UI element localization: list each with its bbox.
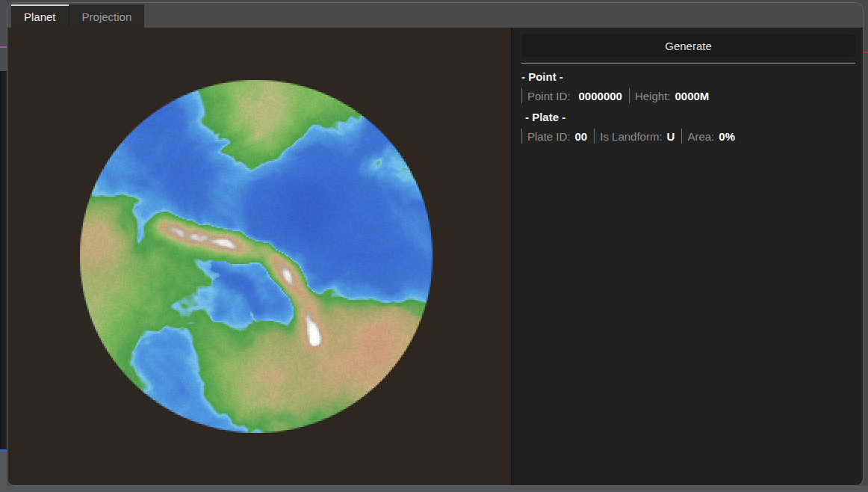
point-section-title: - Point - [521, 70, 855, 84]
is-landform-field: Is Landform: U [600, 130, 675, 143]
plate-id-value: 00 [575, 130, 588, 143]
side-panel: Generate - Point - Point ID: 0000000 Hei… [512, 28, 863, 485]
app-window: Planet Projection Generate - Point - Poi… [7, 2, 864, 486]
point-id-value: 0000000 [579, 90, 622, 102]
plate-id-label: Plate ID: [527, 130, 571, 143]
height-value: 0000M [675, 90, 709, 102]
point-fields-row: Point ID: 0000000 Height: 0000M [521, 87, 855, 104]
plate-id-field: Plate ID: 00 [527, 130, 587, 143]
background-sliver-top [0, 0, 7, 46]
panel-separator [521, 63, 855, 64]
edge-red-tick [864, 52, 868, 53]
background-sliver-mid [0, 48, 7, 71]
height-field: Height: 0000M [635, 90, 709, 102]
area-value: 0% [719, 130, 735, 143]
height-label: Height: [635, 90, 671, 102]
area-field: Area: 0% [687, 130, 735, 143]
plate-section-title: - Plate - [521, 110, 855, 125]
planet-globe-canvas[interactable] [80, 80, 433, 433]
tab-projection[interactable]: Projection [69, 4, 145, 28]
tab-planet-label: Planet [24, 10, 56, 23]
background-sliver-dark [0, 71, 7, 449]
field-divider-bar [681, 129, 682, 144]
point-id-field: Point ID: 0000000 [527, 90, 622, 102]
tab-bar: Planet Projection [7, 3, 863, 28]
is-landform-label: Is Landform: [600, 130, 662, 143]
field-divider-bar [521, 129, 522, 144]
generate-button[interactable]: Generate [521, 34, 855, 57]
field-divider-bar [629, 88, 630, 103]
plate-fields-row: Plate ID: 00 Is Landform: U Area: 0% [521, 128, 855, 144]
is-landform-value: U [667, 130, 675, 143]
area-label: Area: [687, 130, 714, 143]
tab-projection-label: Projection [82, 10, 132, 23]
background-bottom-strip [0, 486, 868, 492]
planet-viewport[interactable] [7, 28, 511, 485]
tab-planet[interactable]: Planet [11, 4, 69, 28]
field-divider-bar [594, 129, 595, 144]
tab-group: Planet Projection [11, 4, 144, 28]
content-area: Generate - Point - Point ID: 0000000 Hei… [7, 28, 863, 485]
field-divider-bar [521, 88, 522, 103]
point-id-label: Point ID: [527, 90, 571, 102]
